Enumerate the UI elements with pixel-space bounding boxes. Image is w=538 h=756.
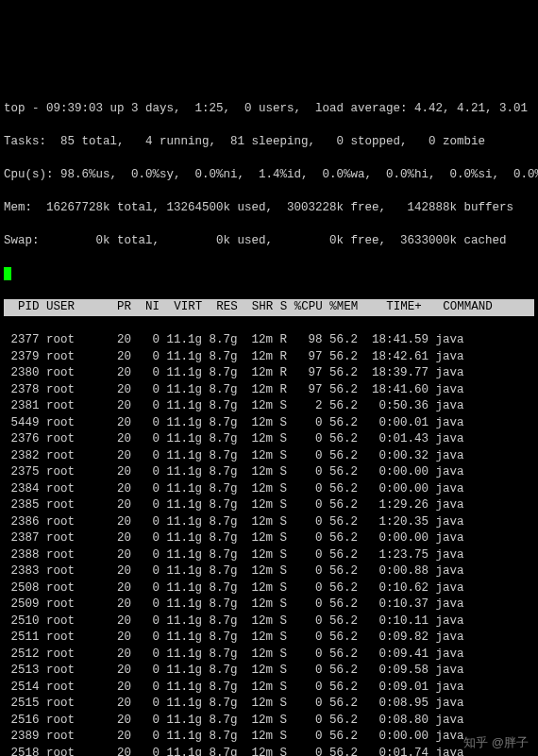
summary-line-swap: Swap: 0k total, 0k used, 0k free, 363300… — [4, 233, 534, 250]
process-table-header: PID USER PR NI VIRT RES SHR S %CPU %MEM … — [4, 299, 534, 316]
process-row: 2384 root 20 0 11.1g 8.7g 12m S 0 56.2 0… — [4, 481, 534, 498]
process-row: 2375 root 20 0 11.1g 8.7g 12m S 0 56.2 0… — [4, 464, 534, 481]
process-row: 2513 root 20 0 11.1g 8.7g 12m S 0 56.2 0… — [4, 663, 534, 680]
process-row: 2379 root 20 0 11.1g 8.7g 12m R 97 56.2 … — [4, 349, 534, 366]
process-row: 2383 root 20 0 11.1g 8.7g 12m S 0 56.2 0… — [4, 563, 534, 580]
process-row: 2380 root 20 0 11.1g 8.7g 12m R 97 56.2 … — [4, 365, 534, 382]
process-row: 2386 root 20 0 11.1g 8.7g 12m S 0 56.2 1… — [4, 514, 534, 531]
process-row: 2381 root 20 0 11.1g 8.7g 12m S 2 56.2 0… — [4, 398, 534, 415]
terminal-window[interactable]: top - 09:39:03 up 3 days, 1:25, 0 users,… — [0, 83, 538, 757]
summary-line-tasks: Tasks: 85 total, 4 running, 81 sleeping,… — [4, 134, 534, 151]
summary-line-cpu: Cpu(s): 98.6%us, 0.0%sy, 0.0%ni, 1.4%id,… — [4, 167, 534, 184]
process-row: 2508 root 20 0 11.1g 8.7g 12m S 0 56.2 0… — [4, 580, 534, 597]
process-row: 2388 root 20 0 11.1g 8.7g 12m S 0 56.2 1… — [4, 547, 534, 564]
process-row: 2510 root 20 0 11.1g 8.7g 12m S 0 56.2 0… — [4, 613, 534, 630]
summary-line-uptime: top - 09:39:03 up 3 days, 1:25, 0 users,… — [4, 101, 534, 118]
process-row: 2509 root 20 0 11.1g 8.7g 12m S 0 56.2 0… — [4, 596, 534, 613]
process-row: 2387 root 20 0 11.1g 8.7g 12m S 0 56.2 0… — [4, 530, 534, 547]
process-row: 2389 root 20 0 11.1g 8.7g 12m S 0 56.2 0… — [4, 729, 534, 746]
process-row: 2376 root 20 0 11.1g 8.7g 12m S 0 56.2 0… — [4, 431, 534, 448]
process-row: 2518 root 20 0 11.1g 8.7g 12m S 0 56.2 0… — [4, 746, 534, 757]
prompt-cursor-line[interactable] — [4, 266, 534, 283]
process-row: 2516 root 20 0 11.1g 8.7g 12m S 0 56.2 0… — [4, 713, 534, 730]
process-table-body: 2377 root 20 0 11.1g 8.7g 12m R 98 56.2 … — [4, 332, 534, 756]
process-row: 2515 root 20 0 11.1g 8.7g 12m S 0 56.2 0… — [4, 696, 534, 713]
process-row: 2385 root 20 0 11.1g 8.7g 12m S 0 56.2 1… — [4, 497, 534, 514]
process-row: 2378 root 20 0 11.1g 8.7g 12m R 97 56.2 … — [4, 382, 534, 399]
cursor-icon — [4, 267, 11, 280]
process-row: 2511 root 20 0 11.1g 8.7g 12m S 0 56.2 0… — [4, 630, 534, 647]
process-row: 2377 root 20 0 11.1g 8.7g 12m R 98 56.2 … — [4, 332, 534, 349]
summary-line-mem: Mem: 16267728k total, 13264500k used, 30… — [4, 200, 534, 217]
process-row: 5449 root 20 0 11.1g 8.7g 12m S 0 56.2 0… — [4, 415, 534, 432]
process-row: 2382 root 20 0 11.1g 8.7g 12m S 0 56.2 0… — [4, 448, 534, 465]
process-row: 2514 root 20 0 11.1g 8.7g 12m S 0 56.2 0… — [4, 680, 534, 697]
process-row: 2512 root 20 0 11.1g 8.7g 12m S 0 56.2 0… — [4, 647, 534, 664]
